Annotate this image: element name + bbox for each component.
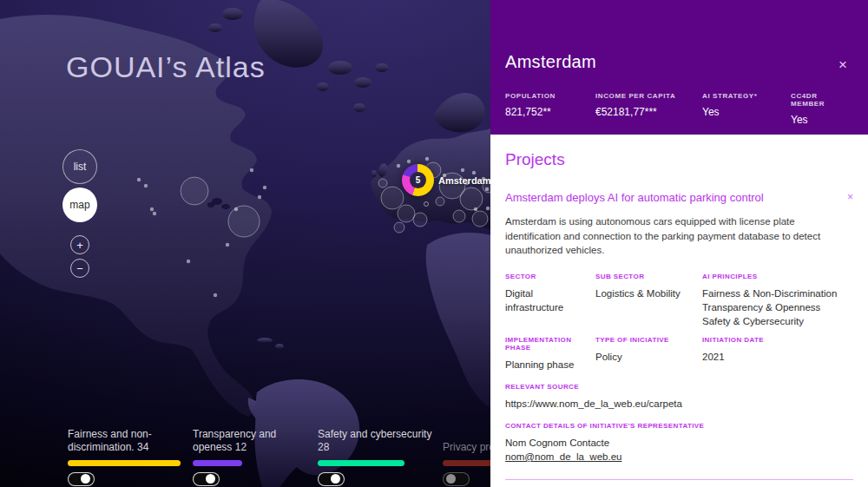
legend-label: Fairness and non-discrimination. 34 bbox=[68, 428, 189, 454]
field-value: Logistics & Mobility bbox=[595, 286, 702, 300]
project-close-button[interactable]: × bbox=[847, 191, 853, 203]
legend-label: Safety and cybersecurity 28 bbox=[318, 428, 439, 454]
field-implementation-phase: IMPLEMENTATION PHASE Planning phase bbox=[505, 336, 595, 372]
page-title: GOUAI’s Atlas bbox=[66, 50, 266, 84]
legend-item-safety: Safety and cybersecurity 28 bbox=[318, 428, 439, 486]
other-project-row-2[interactable]: Other project (2) + bbox=[505, 479, 853, 487]
legend-toggle-privacy[interactable] bbox=[443, 472, 470, 486]
field-label: AI PRINCIPLES bbox=[702, 273, 853, 280]
field-label: TYPE OF INICIATIVE bbox=[595, 336, 702, 344]
project-fields-row-2: IMPLEMENTATION PHASE Planning phase TYPE… bbox=[505, 336, 853, 372]
stat-value: 821,752** bbox=[505, 106, 595, 118]
legend-color-bar-purple bbox=[193, 460, 242, 466]
city-title: Amsterdam bbox=[505, 52, 851, 72]
field-initiation-date: INITIATION DATE 2021 bbox=[702, 336, 853, 372]
legend-toggle-fairness[interactable] bbox=[68, 472, 95, 486]
panel-close-button[interactable]: × bbox=[838, 57, 847, 72]
field-sub-sector: SUB SECTOR Logistics & Mobility bbox=[595, 273, 702, 328]
amsterdam-marker-donut[interactable]: 5 bbox=[402, 164, 434, 196]
field-label: IMPLEMENTATION PHASE bbox=[505, 336, 595, 352]
legend-label: Privacy prot bbox=[443, 441, 497, 454]
field-relevant-source: RELEVANT SOURCE https://www.nom_de_la_we… bbox=[505, 383, 853, 411]
minus-icon: − bbox=[76, 263, 83, 274]
field-value: Digital infrastructure bbox=[505, 286, 575, 314]
plus-icon: + bbox=[76, 240, 83, 251]
marker-project-count: 5 bbox=[410, 172, 426, 188]
other-projects-accordion: Other project (2) + Other project (3) + … bbox=[505, 479, 853, 487]
project-description: Amsterdam is using autonomous cars equip… bbox=[505, 214, 852, 258]
city-detail-panel: Amsterdam × POPULATION 821,752** INCOME … bbox=[490, 0, 868, 487]
stat-label: CC4DR MEMBER bbox=[791, 92, 851, 108]
field-value: 2021 bbox=[702, 350, 853, 364]
stat-label: AI STRATEGY* bbox=[702, 92, 791, 100]
stat-label: INCOME PER CAPITA bbox=[595, 92, 702, 100]
stat-value: Yes bbox=[791, 114, 851, 126]
stat-value: Yes bbox=[702, 106, 791, 118]
legend-color-bar-yellow bbox=[68, 460, 181, 466]
close-icon: × bbox=[838, 56, 847, 73]
field-value: Policy bbox=[595, 350, 702, 364]
project-card: Amsterdam deploys AI for automatic parki… bbox=[505, 191, 853, 464]
legend-item-fairness: Fairness and non-discrimination. 34 bbox=[68, 428, 189, 486]
field-type-of-iniciative: TYPE OF INICIATIVE Policy bbox=[595, 336, 702, 372]
stat-ai-strategy: AI STRATEGY* Yes bbox=[702, 92, 791, 126]
list-view-button[interactable]: list bbox=[62, 149, 97, 184]
zoom-out-button[interactable]: − bbox=[70, 259, 89, 278]
marker-city-label: Amsterdam bbox=[438, 175, 491, 186]
stat-population: POPULATION 821,752** bbox=[505, 92, 595, 126]
stat-value: €52181,77*** bbox=[595, 106, 702, 118]
projects-heading: Projects bbox=[505, 150, 853, 169]
field-contact: CONTACT DETAILS OF INITIATIVE'S REPRESEN… bbox=[505, 422, 853, 464]
contact-name: Nom Cognom Contacte bbox=[505, 436, 853, 450]
field-sector: SECTOR Digital infrastructure bbox=[505, 273, 595, 328]
city-stats: POPULATION 821,752** INCOME PER CAPITA €… bbox=[505, 92, 851, 126]
panel-body: Projects Amsterdam deploys AI for automa… bbox=[490, 150, 868, 487]
field-label: CONTACT DETAILS OF INITIATIVE'S REPRESEN… bbox=[505, 422, 853, 430]
gouai-atlas-app: GOUAI’s Atlas list map + − 5 Amsterdam F… bbox=[0, 0, 868, 487]
field-label: INITIATION DATE bbox=[702, 336, 853, 344]
legend-item-transparency: Transparency and openess 12 bbox=[193, 428, 314, 486]
field-value: Fairness & Non-Discrimination Transparen… bbox=[702, 286, 853, 328]
field-label: RELEVANT SOURCE bbox=[505, 383, 853, 391]
project-title[interactable]: Amsterdam deploys AI for automatic parki… bbox=[505, 191, 764, 204]
field-label: SECTOR bbox=[505, 273, 595, 280]
close-icon: × bbox=[847, 191, 853, 203]
field-label: SUB SECTOR bbox=[595, 273, 702, 280]
legend-label: Transparency and openess 12 bbox=[193, 428, 314, 454]
map-view-label: map bbox=[69, 199, 89, 211]
project-fields-row-1: SECTOR Digital infrastructure SUB SECTOR… bbox=[505, 273, 853, 328]
panel-header: Amsterdam × POPULATION 821,752** INCOME … bbox=[490, 0, 868, 135]
field-ai-principles: AI PRINCIPLES Fairness & Non-Discriminat… bbox=[702, 273, 853, 328]
stat-cc4dr: CC4DR MEMBER Yes bbox=[791, 92, 851, 126]
legend-toggle-transparency[interactable] bbox=[193, 472, 220, 486]
field-value: Planning phase bbox=[505, 358, 595, 372]
legend-toggle-safety[interactable] bbox=[318, 472, 345, 486]
toggle-knob bbox=[206, 474, 215, 484]
stat-income: INCOME PER CAPITA €52181,77*** bbox=[595, 92, 702, 126]
stat-label: POPULATION bbox=[505, 92, 595, 100]
contact-email-link[interactable]: nom@nom_de_la_web.eu bbox=[505, 450, 853, 464]
map-view-button[interactable]: map bbox=[62, 188, 97, 222]
legend-color-bar-green bbox=[318, 460, 404, 466]
source-link[interactable]: https://www.nom_de_la_web.eu/carpeta bbox=[505, 397, 853, 411]
toggle-knob bbox=[331, 474, 340, 484]
list-view-label: list bbox=[74, 161, 87, 173]
toggle-knob bbox=[81, 474, 90, 484]
zoom-in-button[interactable]: + bbox=[70, 235, 89, 254]
toggle-knob bbox=[446, 474, 456, 484]
